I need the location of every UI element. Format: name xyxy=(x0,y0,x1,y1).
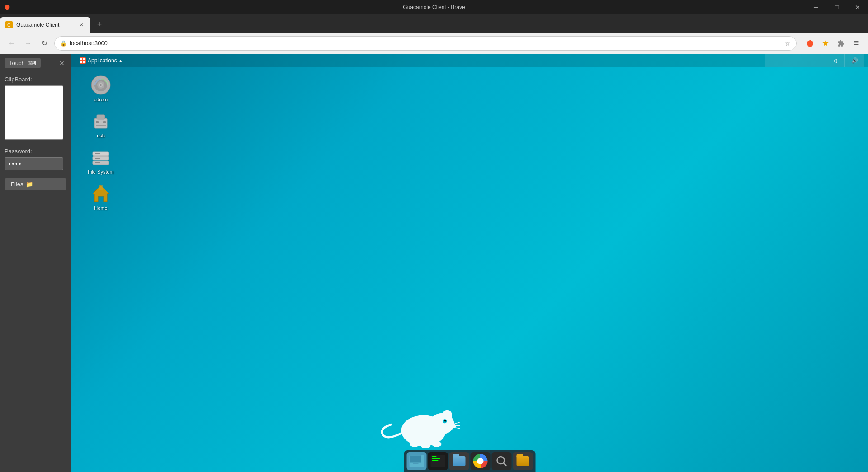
applications-label: Applications xyxy=(88,57,117,64)
xfce-menubar: Applications ▲ ◁ 🔊 xyxy=(71,54,868,67)
taskbar-show-desktop[interactable] xyxy=(407,452,427,470)
xfce-taskbar xyxy=(404,450,536,472)
brave-shield-icon xyxy=(806,39,814,47)
password-section: Password: xyxy=(0,145,71,175)
svg-point-31 xyxy=(410,441,420,447)
menu-icon: ≡ xyxy=(854,38,859,48)
browser-center-dot xyxy=(477,458,484,464)
folder-yellow-icon xyxy=(517,456,529,466)
svg-point-24 xyxy=(442,410,452,421)
browser-titlebar: Guacamole Client - Brave ─ □ ✕ xyxy=(0,0,868,14)
xfce-desktop[interactable]: Applications ▲ ◁ 🔊 xyxy=(71,54,868,472)
svg-line-30 xyxy=(452,427,460,429)
remote-volume-btn[interactable]: 🔊 xyxy=(844,54,864,67)
minimize-button[interactable]: ─ xyxy=(806,0,826,14)
svg-rect-34 xyxy=(410,455,422,463)
brave-logo-icon xyxy=(4,4,11,11)
taskbar-filemanager[interactable] xyxy=(449,452,469,470)
filemanager-icon-small xyxy=(452,455,467,467)
usb-icon-img xyxy=(90,110,112,132)
password-input[interactable] xyxy=(5,157,63,170)
svg-rect-14 xyxy=(93,152,109,156)
svg-point-33 xyxy=(432,441,442,447)
desktop-icon-filesystem[interactable]: File System xyxy=(85,145,117,176)
files-icon: 📁 xyxy=(26,181,33,188)
filesystem-icon-img xyxy=(90,146,112,168)
close-button[interactable]: ✕ xyxy=(847,0,868,14)
cdrom-label: cdrom xyxy=(94,97,108,102)
tab-bar: G Guacamole Client ✕ + xyxy=(0,14,868,33)
reload-button[interactable]: ↻ xyxy=(38,37,51,50)
address-input[interactable]: 🔒 localhost:3000 ☆ xyxy=(54,36,797,51)
desktop-icon-usb[interactable]: usb xyxy=(85,109,117,140)
remote-ctrl-btn-2[interactable] xyxy=(785,54,805,67)
search-icon xyxy=(495,454,509,468)
active-tab[interactable]: G Guacamole Client ✕ xyxy=(0,17,90,33)
svg-line-37 xyxy=(504,463,506,466)
puzzle-icon xyxy=(837,40,844,47)
home-folder-icon-small xyxy=(516,455,530,467)
taskbar-search[interactable] xyxy=(492,452,512,470)
titlebar-text: Guacamole Client - Brave xyxy=(403,4,465,10)
taskbar-terminal[interactable] xyxy=(428,452,448,470)
guac-sidebar: Touch ⌨ ✕ ClipBoard: Password: Files 📁 xyxy=(0,54,71,472)
folder-small-icon xyxy=(453,456,466,466)
svg-point-22 xyxy=(401,415,446,446)
svg-point-26 xyxy=(444,420,446,422)
touch-button[interactable]: Touch ⌨ xyxy=(5,58,41,68)
titlebar-left xyxy=(4,4,11,11)
bookmark-icon[interactable]: ☆ xyxy=(785,40,791,47)
usb-label: usb xyxy=(97,133,105,138)
sidebar-header: Touch ⌨ ✕ xyxy=(0,54,71,72)
files-label: Files xyxy=(11,181,23,188)
tab-label: Guacamole Client xyxy=(16,22,74,28)
svg-rect-3 xyxy=(83,61,85,63)
brave-rewards-icon xyxy=(822,40,829,47)
maximize-button[interactable]: □ xyxy=(826,0,847,14)
remote-menubar-controls: ◁ 🔊 xyxy=(765,54,864,67)
brave-rewards-button[interactable] xyxy=(819,37,832,50)
xfce-logo xyxy=(379,400,460,445)
svg-rect-10 xyxy=(97,115,105,119)
new-tab-button[interactable]: + xyxy=(92,17,107,32)
home-icon-img xyxy=(90,183,112,204)
remote-ctrl-btn-1[interactable] xyxy=(765,54,785,67)
back-button[interactable]: ← xyxy=(5,37,18,50)
password-label: Password: xyxy=(5,148,66,155)
remote-ctrl-btn-4[interactable]: ◁ xyxy=(825,54,844,67)
applications-menu[interactable]: Applications ▲ xyxy=(75,57,127,65)
svg-rect-11 xyxy=(96,121,99,123)
taskbar-browser[interactable] xyxy=(471,452,491,470)
desktop-icon-cdrom[interactable]: cdrom xyxy=(85,72,117,104)
svg-point-25 xyxy=(443,419,447,423)
forward-button[interactable]: → xyxy=(22,37,34,50)
extensions-button[interactable] xyxy=(835,37,847,50)
clipboard-textarea[interactable] xyxy=(5,85,63,140)
svg-rect-1 xyxy=(83,58,85,60)
svg-point-23 xyxy=(430,413,454,434)
remote-ctrl-btn-3[interactable] xyxy=(805,54,825,67)
svg-rect-0 xyxy=(80,58,82,60)
address-bar: ← → ↻ 🔒 localhost:3000 ☆ ≡ xyxy=(0,33,868,54)
lock-icon: 🔒 xyxy=(60,40,67,47)
remote-desktop[interactable]: Applications ▲ ◁ 🔊 xyxy=(71,54,868,472)
browser-menu-button[interactable]: ≡ xyxy=(850,37,863,50)
filesystem-label: File System xyxy=(88,169,113,175)
tab-close-button[interactable]: ✕ xyxy=(78,21,85,28)
touch-label: Touch xyxy=(9,60,25,66)
svg-rect-12 xyxy=(103,121,106,123)
svg-rect-16 xyxy=(93,156,109,160)
files-button[interactable]: Files 📁 xyxy=(5,178,66,190)
taskbar-home-folder[interactable] xyxy=(513,452,533,470)
svg-rect-13 xyxy=(96,125,106,126)
svg-rect-9 xyxy=(94,118,107,128)
svg-rect-18 xyxy=(93,161,109,165)
svg-line-28 xyxy=(452,422,460,425)
desktop-icon-home[interactable]: Home xyxy=(85,181,117,212)
brave-shield-button[interactable] xyxy=(804,37,816,50)
titlebar-controls: ─ □ ✕ xyxy=(806,0,868,14)
clipboard-label: ClipBoard: xyxy=(5,76,66,83)
svg-point-32 xyxy=(421,443,431,449)
keyboard-icon: ⌨ xyxy=(28,60,36,66)
sidebar-close-button[interactable]: ✕ xyxy=(57,59,66,68)
